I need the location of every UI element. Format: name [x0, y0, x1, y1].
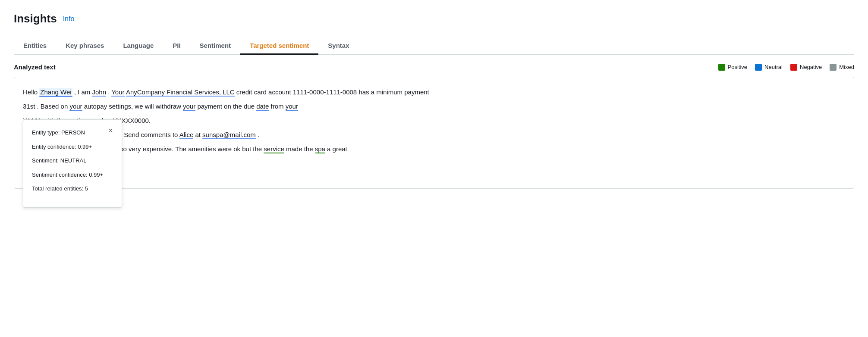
mixed-label: Mixed — [839, 64, 854, 70]
word-great: a great — [325, 145, 347, 153]
word-made: made the — [284, 145, 315, 153]
neutral-dot — [755, 64, 762, 71]
text-line-5: was very comfortable but it was also ver… — [23, 142, 845, 156]
text-line-2: 31st . Based on your autopay settings, w… — [23, 99, 845, 113]
tab-pii[interactable]: PII — [163, 37, 190, 55]
legend-mixed: Mixed — [830, 64, 854, 71]
entity-confidence-row: Entity confidence: 0.99+ — [32, 141, 103, 153]
entity-spa[interactable]: spa — [315, 145, 325, 153]
sentiment-row: Sentiment: NEUTRAL — [32, 155, 103, 167]
text-line-4: ine Spa , 123 Main St , Anywhere . Send … — [23, 128, 845, 142]
word-credit-card: credit card account — [236, 88, 291, 96]
sentiment-confidence-row: Sentiment confidence: 0.99+ — [32, 169, 103, 181]
analyzed-text-box: Entity type: PERSON Entity confidence: 0… — [14, 77, 854, 189]
word-period1: . — [106, 88, 111, 96]
tooltip-header: Entity type: PERSON Entity confidence: 0… — [32, 127, 113, 197]
entity-service[interactable]: service — [264, 145, 284, 153]
word-account-num: 1111-0000-1111-0008 has a minimum paymen… — [293, 88, 429, 96]
tooltip-content: Entity type: PERSON Entity confidence: 0… — [32, 127, 103, 197]
text-content-wrapper: Entity type: PERSON Entity confidence: 0… — [23, 85, 845, 156]
tab-language[interactable]: Language — [113, 37, 163, 55]
positive-dot — [718, 64, 725, 71]
info-link[interactable]: Info — [63, 15, 75, 23]
neutral-label: Neutral — [764, 64, 783, 70]
word-31st: 31st . Based on — [23, 103, 69, 110]
legend-negative: Negative — [790, 64, 822, 71]
page-title: Insights — [14, 12, 57, 25]
mixed-dot — [830, 64, 837, 71]
total-related-row: Total related entities: 5 — [32, 183, 103, 195]
tooltip-popup: Entity type: PERSON Entity confidence: 0… — [23, 119, 122, 208]
tab-sentiment[interactable]: Sentiment — [190, 37, 241, 55]
word-period4: . — [256, 131, 259, 138]
negative-dot — [790, 64, 797, 71]
entity-date[interactable]: date — [256, 103, 269, 111]
entity-zhang-wei[interactable]: Zhang Wei — [39, 88, 72, 97]
entity-your3[interactable]: your — [183, 103, 195, 111]
entity-your2[interactable]: your — [69, 103, 82, 111]
legend-positive: Positive — [718, 64, 748, 71]
entity-anycompany[interactable]: AnyCompany Financial Services, LLC — [126, 88, 235, 97]
word-was-expensive: was also very expensive. The amenities w… — [100, 145, 264, 153]
word-payment1: payment on the due — [195, 103, 256, 110]
header: Insights Info — [14, 12, 854, 25]
word-from: from — [269, 103, 285, 110]
word-hello: Hello — [23, 88, 39, 96]
word-send: . Send comments to — [119, 131, 179, 138]
tab-key-phrases[interactable]: Key phrases — [56, 37, 113, 55]
legend-neutral: Neutral — [755, 64, 783, 71]
tab-syntax[interactable]: Syntax — [318, 37, 359, 55]
entity-type-row: Entity type: PERSON — [32, 127, 103, 139]
tab-targeted-sentiment[interactable]: Targeted sentiment — [240, 37, 318, 55]
section-title: Analyzed text — [14, 63, 56, 71]
page: Insights Info Entities Key phrases Langu… — [0, 0, 868, 337]
section-header: Analyzed text Positive Neutral Negative … — [14, 63, 854, 71]
legend: Positive Neutral Negative Mixed — [718, 64, 854, 71]
word-at: at — [193, 131, 202, 138]
analyzed-text-section: Analyzed text Positive Neutral Negative … — [14, 63, 854, 189]
entity-your4[interactable]: your — [286, 103, 298, 111]
entity-sunspa[interactable]: sunspa@mail.com — [202, 131, 256, 139]
tooltip-close-button[interactable]: × — [108, 127, 113, 134]
entity-john[interactable]: John — [92, 88, 106, 97]
word-comma1: , I am — [72, 88, 92, 96]
negative-label: Negative — [800, 64, 822, 70]
positive-label: Positive — [728, 64, 748, 70]
tabs-bar: Entities Key phrases Language PII Sentim… — [14, 37, 854, 55]
text-line-3: X1111 with the routing number XXXXX0000. — [23, 113, 845, 128]
tab-entities[interactable]: Entities — [14, 37, 56, 55]
entity-alice[interactable]: Alice — [179, 131, 194, 139]
text-line-1: Hello Zhang Wei , I am John . Your AnyCo… — [23, 85, 845, 99]
entity-your1[interactable]: Your — [111, 88, 124, 97]
word-autopay: autopay settings, we will withdraw — [82, 103, 183, 110]
